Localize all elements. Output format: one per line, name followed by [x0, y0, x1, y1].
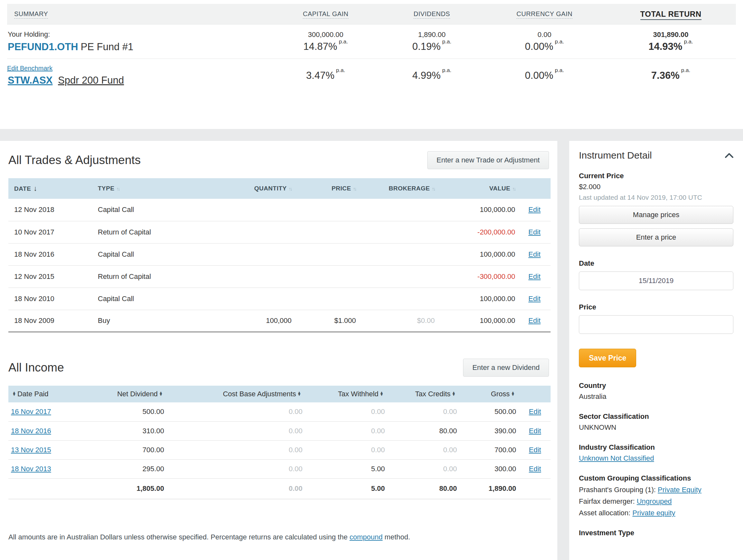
- holding-name: PE Fund #1: [81, 41, 134, 52]
- income-date-link[interactable]: 18 Nov 2016: [11, 427, 51, 435]
- last-updated-text: Last updated at 14 Nov 2019, 17:00 UTC: [579, 194, 733, 201]
- edit-trade-link[interactable]: Edit: [528, 295, 540, 303]
- edit-trade-link[interactable]: Edit: [528, 228, 540, 236]
- income-row: 18 Nov 2016 310.00 0.00 0.00 80.00 390.0…: [8, 421, 551, 440]
- edit-trade-link[interactable]: Edit: [528, 317, 540, 325]
- edit-benchmark-link[interactable]: Edit Benchmark: [7, 65, 52, 72]
- investment-type-label: Investment Type: [579, 529, 733, 537]
- benchmark-total-return: 7.36%p.a.: [606, 70, 736, 81]
- trades-price-header[interactable]: PRICE↑↓: [295, 178, 359, 199]
- summary-header-row: SUMMARY CAPITAL GAIN DIVIDENDS CURRENCY …: [7, 4, 736, 25]
- trade-row: 10 Nov 2017 Return of Capital -200,000.0…: [8, 221, 551, 243]
- save-price-button[interactable]: Save Price: [579, 349, 636, 367]
- enter-dividend-button[interactable]: Enter a new Dividend: [463, 359, 549, 377]
- trade-date: 10 Nov 2017: [8, 221, 92, 243]
- trades-header-row: DATE↓ TYPE↑↓ QUANTITY↑↓ PRICE↑↓ BROKERAG…: [8, 178, 551, 199]
- trade-row: 18 Nov 2009 Buy 100,000 $1.000 $0.00 100…: [8, 310, 551, 332]
- income-table: ▲▼Date Paid Net Dividend▲▼ Cost Base Adj…: [8, 386, 551, 499]
- trades-quantity-header[interactable]: QUANTITY↑↓: [227, 178, 295, 199]
- income-date-link[interactable]: 16 Nov 2017: [11, 408, 51, 416]
- income-gross-header[interactable]: Gross▲▼: [460, 386, 519, 403]
- trade-value: -300,000.00: [438, 265, 518, 288]
- holding-summary-row: Your Holding: PEFUND1.OTHPE Fund #1 300,…: [7, 25, 736, 58]
- sector-classification-label: Sector Classification: [579, 412, 733, 421]
- trade-date: 18 Nov 2010: [8, 288, 92, 310]
- benchmark-name-link[interactable]: Spdr 200 Fund: [58, 75, 124, 86]
- income-row: 13 Nov 2015 700.00 0.00 0.00 0.00 700.00…: [8, 440, 551, 459]
- trade-value: 100,000.00: [438, 288, 518, 310]
- holding-code-link[interactable]: PEFUND1.OTH: [8, 41, 78, 52]
- currency-footnote: All amounts are in Australian Dollars un…: [8, 533, 549, 541]
- edit-trade-link[interactable]: Edit: [528, 205, 540, 214]
- holding-total-return: 301,890.00 14.93%p.a.: [606, 31, 736, 52]
- grouping-link[interactable]: Private equity: [632, 509, 675, 517]
- total-return-header: TOTAL RETURN: [606, 10, 736, 19]
- edit-trade-link[interactable]: Edit: [528, 250, 540, 258]
- currency-gain-header: CURRENCY GAIN: [483, 10, 606, 18]
- sort-icon: ↑↓: [289, 186, 292, 191]
- income-date-link[interactable]: 18 Nov 2013: [11, 465, 51, 473]
- section-divider: [0, 129, 743, 141]
- instrument-detail-panel: Instrument Detail Current Price $2.000 L…: [569, 141, 743, 560]
- current-price-value: $2.000: [579, 183, 733, 191]
- edit-income-link[interactable]: Edit: [529, 465, 541, 473]
- sort-icon: ↑↓: [117, 186, 119, 191]
- edit-income-link[interactable]: Edit: [529, 446, 541, 454]
- trade-value: 100,000.00: [438, 199, 518, 221]
- sort-icon: ↑↓: [353, 186, 356, 191]
- benchmark-currency-gain: 0.00%p.a.: [483, 70, 606, 81]
- trades-type-header[interactable]: TYPE↑↓: [92, 178, 227, 199]
- benchmark-summary-row: Edit Benchmark STW.ASX Spdr 200 Fund 3.4…: [7, 58, 736, 92]
- trades-value-header[interactable]: VALUE↑↓: [438, 178, 518, 199]
- benchmark-code-link[interactable]: STW.ASX: [8, 75, 53, 86]
- country-label: Country: [579, 381, 733, 390]
- grouping-link[interactable]: Ungrouped: [637, 497, 672, 505]
- trades-brokerage-header[interactable]: BROKERAGE↑↓: [359, 178, 438, 199]
- instrument-detail-title: Instrument Detail: [579, 150, 652, 161]
- income-edit-header: [519, 386, 551, 403]
- income-taxwithheld-header[interactable]: Tax Withheld▲▼: [306, 386, 388, 403]
- trades-table: DATE↓ TYPE↑↓ QUANTITY↑↓ PRICE↑↓ BROKERAG…: [8, 178, 551, 332]
- sort-icon: ↑↓: [432, 186, 435, 191]
- enter-a-price-button[interactable]: Enter a price: [579, 228, 733, 246]
- date-input[interactable]: [579, 272, 733, 290]
- holding-currency-gain: 0.00 0.00%p.a.: [483, 31, 606, 52]
- grouping-line: Fairfax demerger: Ungrouped: [579, 497, 733, 506]
- date-label: Date: [579, 259, 733, 268]
- trade-row: 12 Nov 2015 Return of Capital -300,000.0…: [8, 265, 551, 288]
- trade-type: Capital Call: [92, 199, 227, 221]
- industry-classification-link[interactable]: Unknown Not Classified: [579, 454, 654, 462]
- current-price-label: Current Price: [579, 172, 733, 180]
- grouping-link[interactable]: Private Equity: [658, 486, 701, 494]
- summary-panel: SUMMARY CAPITAL GAIN DIVIDENDS CURRENCY …: [0, 0, 743, 129]
- edit-income-link[interactable]: Edit: [529, 427, 541, 435]
- income-costbase-header[interactable]: Cost Base Adjustments▲▼: [167, 386, 306, 403]
- trade-type: Capital Call: [92, 243, 227, 265]
- income-taxcredits-header[interactable]: Tax Credits▲▼: [388, 386, 460, 403]
- edit-income-link[interactable]: Edit: [529, 408, 541, 416]
- income-date-link[interactable]: 13 Nov 2015: [11, 446, 51, 454]
- trade-row: 12 Nov 2018 Capital Call 100,000.00 Edit: [8, 199, 551, 221]
- trade-date: 12 Nov 2018: [8, 199, 92, 221]
- trade-value: 100,000.00: [438, 310, 518, 332]
- sort-icon: ▲▼: [159, 391, 163, 396]
- income-section-title: All Income: [8, 361, 64, 374]
- holding-identity: Your Holding: PEFUND1.OTHPE Fund #1: [7, 30, 271, 53]
- trade-type: Capital Call: [92, 288, 227, 310]
- income-net-header[interactable]: Net Dividend▲▼: [89, 386, 167, 403]
- grouping-line: Asset allocation: Private equity: [579, 509, 733, 517]
- sort-icon: ▲▼: [12, 391, 16, 396]
- holding-detail-panel: All Trades & Adjustments Enter a new Tra…: [0, 141, 557, 560]
- benchmark-dividends: 4.99%p.a.: [380, 70, 483, 81]
- compound-method-link[interactable]: compound: [349, 533, 383, 541]
- sort-icon: ▲▼: [380, 391, 384, 396]
- manage-prices-button[interactable]: Manage prices: [579, 206, 733, 224]
- income-date-header[interactable]: ▲▼Date Paid: [8, 386, 89, 403]
- enter-trade-button[interactable]: Enter a new Trade or Adjustment: [427, 151, 549, 169]
- collapse-chevron-icon[interactable]: [725, 153, 733, 158]
- price-input[interactable]: [579, 315, 733, 334]
- trades-date-header[interactable]: DATE↓: [8, 178, 92, 199]
- trade-date: 12 Nov 2015: [8, 265, 92, 288]
- holding-capital-gain: 300,000.00 14.87%p.a.: [271, 31, 380, 52]
- edit-trade-link[interactable]: Edit: [528, 272, 540, 280]
